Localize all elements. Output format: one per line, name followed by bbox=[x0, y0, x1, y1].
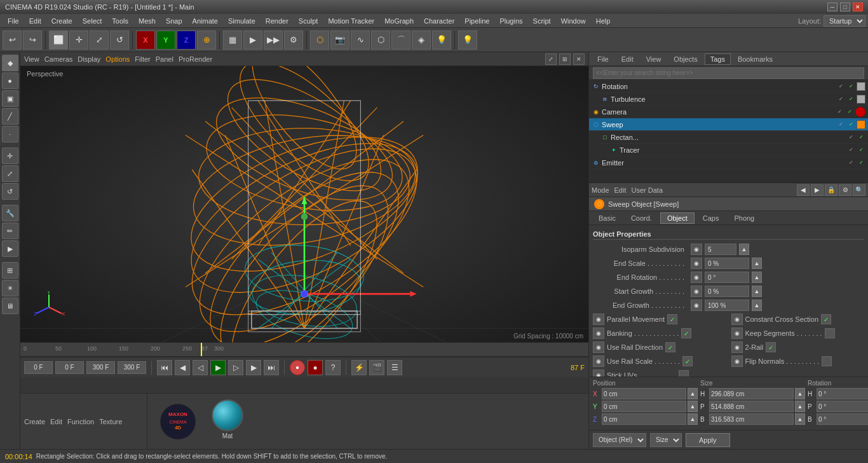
rot-p-input[interactable] bbox=[817, 401, 868, 412]
move-button[interactable]: ✛ bbox=[69, 31, 88, 50]
start-frame-input[interactable] bbox=[24, 361, 53, 374]
ls-viewport[interactable]: 🖥 bbox=[2, 298, 18, 314]
perspective-button[interactable]: ⬡ bbox=[310, 31, 329, 50]
ls-sculpt[interactable]: ✏ bbox=[2, 223, 18, 239]
obj-sweep-vis1[interactable]: ✓ bbox=[836, 120, 845, 129]
record-keyframe-button[interactable]: ● bbox=[290, 360, 305, 375]
y-axis-button[interactable]: Y bbox=[156, 31, 175, 50]
menu-file[interactable]: File bbox=[3, 16, 24, 26]
end-growth-input[interactable] bbox=[705, 300, 749, 311]
preview-end-input[interactable] bbox=[118, 361, 146, 374]
nurbs-button[interactable]: ⌒ bbox=[391, 31, 410, 50]
vp-menu-prorender[interactable]: ProRender bbox=[179, 55, 212, 63]
vp-menu-panel[interactable]: Panel bbox=[156, 55, 173, 63]
rotate-button[interactable]: ↺ bbox=[110, 31, 129, 50]
obj-rotation-vis2[interactable]: ✓ bbox=[846, 82, 855, 91]
ls-rotate[interactable]: ↺ bbox=[2, 183, 18, 200]
obj-emitter-vis1[interactable]: ✓ bbox=[846, 158, 855, 167]
ccs-check[interactable]: ✓ bbox=[821, 314, 831, 324]
z-axis-button[interactable]: Z bbox=[177, 31, 196, 50]
rm-tab-bookmarks[interactable]: Bookmarks bbox=[732, 53, 778, 65]
rm-tab-objects[interactable]: Objects bbox=[668, 53, 703, 65]
menu-create[interactable]: Create bbox=[46, 16, 78, 26]
goto-start-button[interactable]: ⏮ bbox=[157, 360, 172, 375]
attr-lock-button[interactable]: 🔒 bbox=[825, 184, 837, 196]
pos-y-spinner[interactable]: ▲ bbox=[688, 401, 698, 412]
menu-snap[interactable]: Snap bbox=[161, 16, 187, 26]
vp-menu-display[interactable]: Display bbox=[78, 55, 100, 63]
play-back-button[interactable]: ◀ bbox=[175, 360, 190, 375]
end-rotation-icon[interactable]: ◉ bbox=[691, 272, 702, 283]
obj-rotation[interactable]: ↻ Rotation ✓ ✓ bbox=[589, 80, 868, 93]
attr-search-button[interactable]: 🔍 bbox=[853, 184, 865, 196]
minimize-button[interactable]: ─ bbox=[827, 3, 837, 11]
rm-tab-tags[interactable]: Tags bbox=[705, 53, 731, 65]
end-rotation-input[interactable] bbox=[705, 272, 749, 283]
stick-uvs-icon[interactable]: ◉ bbox=[593, 370, 604, 377]
maximize-button[interactable]: □ bbox=[840, 3, 850, 11]
attr-prev-button[interactable]: ◀ bbox=[797, 184, 810, 196]
render-settings-button[interactable]: ⚙ bbox=[284, 31, 303, 50]
close-button[interactable]: ✕ bbox=[853, 3, 863, 11]
size-p-input[interactable] bbox=[709, 401, 794, 412]
obj-turbulence[interactable]: ≋ Turbulence ✓ ✓ bbox=[598, 93, 868, 106]
end-growth-icon[interactable]: ◉ bbox=[691, 300, 702, 311]
ls-move[interactable]: ✛ bbox=[2, 148, 18, 164]
goto-end-button[interactable]: ⏭ bbox=[264, 360, 279, 375]
light-button[interactable]: 💡 bbox=[432, 31, 451, 50]
obj-camera-vis2[interactable]: ✓ bbox=[845, 107, 854, 116]
size-b-spinner[interactable]: ▲ bbox=[795, 413, 805, 425]
pos-y-input[interactable] bbox=[602, 401, 686, 412]
vp-layout-button[interactable]: ⊞ bbox=[559, 53, 571, 65]
obj-turbulence-vis2[interactable]: ✓ bbox=[846, 95, 855, 104]
menu-window[interactable]: Window bbox=[556, 16, 591, 26]
vp-menu-view[interactable]: View bbox=[24, 55, 39, 63]
rm-tab-edit[interactable]: Edit bbox=[616, 53, 639, 65]
size-h-input[interactable] bbox=[709, 388, 794, 399]
obj-rectangle[interactable]: □ Rectan... ✓ ✓ bbox=[598, 131, 868, 144]
mat-menu-function[interactable]: Function bbox=[67, 418, 94, 425]
menu-pipeline[interactable]: Pipeline bbox=[459, 16, 494, 26]
isoparm-spinner-up[interactable]: ▲ bbox=[739, 244, 749, 255]
mat-menu-edit[interactable]: Edit bbox=[50, 418, 62, 425]
render-all-button[interactable]: ▶▶ bbox=[264, 31, 283, 50]
start-growth-input[interactable] bbox=[705, 286, 749, 297]
menu-animate[interactable]: Animate bbox=[187, 16, 223, 26]
layout-dropdown[interactable]: Startup bbox=[824, 15, 865, 27]
coord-system-dropdown[interactable]: Object (Rel) bbox=[593, 433, 646, 447]
attr-tab-caps[interactable]: Caps bbox=[696, 212, 726, 224]
play-forward-button[interactable]: ▶ bbox=[246, 360, 261, 375]
fn-check[interactable]: ☐ bbox=[822, 356, 832, 366]
end-frame-input[interactable] bbox=[86, 361, 115, 374]
render-active-button[interactable]: ▶ bbox=[243, 31, 262, 50]
end-rotation-spinner[interactable]: ▲ bbox=[752, 272, 762, 283]
attr-tab-object[interactable]: Object bbox=[660, 212, 695, 224]
obj-rectangle-vis1[interactable]: ✓ bbox=[846, 133, 855, 142]
ks-check[interactable]: ☐ bbox=[825, 328, 835, 338]
menu-motion-tracker[interactable]: Motion Tracker bbox=[323, 16, 379, 26]
next-frame-button[interactable]: ▷ bbox=[228, 360, 243, 375]
ls-edit-mode[interactable]: ● bbox=[2, 73, 18, 89]
ls-polygon-mode[interactable]: ▣ bbox=[2, 90, 18, 107]
fn-icon[interactable]: ◉ bbox=[731, 356, 743, 367]
obj-camera[interactable]: ◉ Camera ✓ ✓ bbox=[589, 106, 868, 118]
ls-render[interactable]: ☀ bbox=[2, 280, 18, 296]
vp-menu-options[interactable]: Options bbox=[105, 55, 130, 63]
urs-icon[interactable]: ◉ bbox=[593, 356, 604, 367]
obj-camera-vis1[interactable]: ✓ bbox=[835, 107, 844, 116]
menu-mograph[interactable]: MoGraph bbox=[379, 16, 419, 26]
obj-sweep[interactable]: ⬡ Sweep ✓ ✓ bbox=[589, 118, 868, 131]
mograph-button[interactable]: ⚡ bbox=[351, 360, 367, 375]
menu-help[interactable]: Help bbox=[591, 16, 616, 26]
obj-turbulence-vis1[interactable]: ✓ bbox=[836, 95, 845, 104]
vp-menu-cameras[interactable]: Cameras bbox=[44, 55, 73, 63]
scale-button[interactable]: ⤢ bbox=[90, 31, 109, 50]
motion-mode-button[interactable]: ? bbox=[325, 360, 341, 375]
rm-tab-file[interactable]: File bbox=[592, 53, 614, 65]
vp-expand-button[interactable]: ⤢ bbox=[545, 53, 557, 65]
ccs-icon[interactable]: ◉ bbox=[731, 314, 743, 325]
ls-point-mode[interactable]: · bbox=[2, 126, 18, 142]
menu-render[interactable]: Render bbox=[261, 16, 294, 26]
ls-edge-mode[interactable]: ╱ bbox=[2, 108, 18, 125]
undo-button[interactable]: ↩ bbox=[3, 31, 22, 50]
